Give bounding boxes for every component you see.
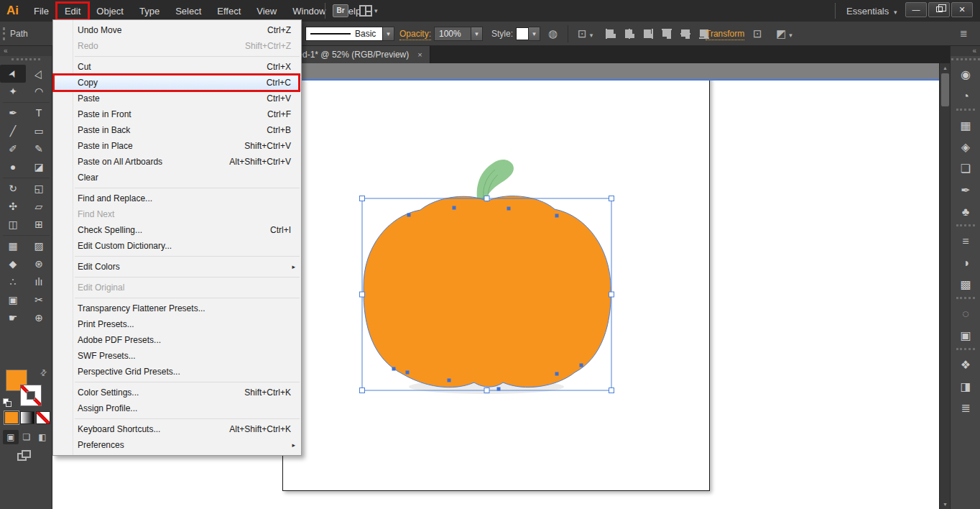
zoom-tool[interactable]: ⊕ bbox=[26, 309, 52, 327]
mesh-tool[interactable]: ▦ bbox=[0, 237, 26, 255]
menu-item-keyboard-shortcuts[interactable]: Keyboard Shortcuts...Alt+Shift+Ctrl+K bbox=[53, 421, 301, 437]
opacity-link[interactable]: Opacity: bbox=[399, 29, 431, 40]
chevron-down-icon[interactable]: ▼ bbox=[529, 27, 540, 41]
draw-normal-mode[interactable]: ▣ bbox=[3, 430, 19, 444]
select-similar-icon[interactable]: ◩ ▾ bbox=[776, 27, 792, 42]
selection-handle[interactable] bbox=[484, 196, 489, 201]
pencil-tool[interactable]: ✎ bbox=[26, 140, 52, 158]
workspace-switcher[interactable]: Essentials ▾ bbox=[846, 6, 897, 17]
menu-window[interactable]: Window bbox=[285, 2, 333, 20]
menu-item-clear[interactable]: Clear bbox=[53, 170, 301, 185]
bridge-button[interactable]: Br bbox=[333, 4, 348, 17]
swatches-panel-icon[interactable]: ▦ bbox=[951, 115, 980, 137]
menu-item-assign-profile[interactable]: Assign Profile... bbox=[53, 400, 301, 416]
menu-item-copy[interactable]: CopyCtrl+C bbox=[53, 75, 301, 91]
transform-link[interactable]: Transform bbox=[706, 29, 744, 40]
align-right-icon[interactable] bbox=[642, 28, 654, 40]
grip-handle[interactable] bbox=[3, 27, 5, 40]
anchor-point[interactable] bbox=[453, 206, 456, 210]
rectangle-tool[interactable]: ▭ bbox=[26, 122, 52, 140]
layers-panel-icon[interactable]: ◈ bbox=[951, 137, 980, 158]
tools-panel-header[interactable]: « bbox=[0, 46, 52, 56]
scale-tool[interactable]: ◱ bbox=[26, 180, 52, 198]
gradient-tool[interactable]: ▨ bbox=[26, 237, 52, 255]
menu-item-paste-in-back[interactable]: Paste in BackCtrl+B bbox=[53, 122, 301, 138]
restore-button[interactable] bbox=[928, 2, 950, 17]
menu-item-paste[interactable]: PasteCtrl+V bbox=[53, 91, 301, 106]
perspective-grid-tool[interactable]: ⊞ bbox=[26, 216, 52, 234]
anchor-point[interactable] bbox=[507, 207, 511, 211]
slice-tool[interactable]: ✂ bbox=[26, 291, 52, 309]
chevron-down-icon[interactable]: ▼ bbox=[383, 27, 394, 41]
gradient-panel-icon[interactable]: ▩ bbox=[951, 274, 980, 295]
anchor-point[interactable] bbox=[580, 364, 583, 367]
menu-view[interactable]: View bbox=[249, 2, 285, 20]
anchor-point[interactable] bbox=[497, 388, 501, 391]
selection-handle[interactable] bbox=[360, 292, 365, 297]
symbol-sprayer-tool[interactable]: ∴ bbox=[0, 273, 26, 291]
menu-item-edit-custom-dictionary[interactable]: Edit Custom Dictionary... bbox=[53, 238, 301, 254]
menu-item-paste-in-place[interactable]: Paste in PlaceShift+Ctrl+V bbox=[53, 138, 301, 154]
line-segment-tool[interactable]: ╱ bbox=[0, 122, 26, 140]
selection-handle[interactable] bbox=[609, 388, 614, 393]
selection-handle[interactable] bbox=[484, 388, 489, 393]
selection-handle[interactable] bbox=[360, 388, 365, 393]
menu-item-edit-colors[interactable]: Edit Colors▸ bbox=[53, 259, 301, 275]
magic-wand-tool[interactable]: ✦ bbox=[0, 83, 26, 101]
menu-item-cut[interactable]: CutCtrl+X bbox=[53, 59, 301, 75]
menu-effect[interactable]: Effect bbox=[209, 2, 249, 20]
anchor-point[interactable] bbox=[555, 372, 559, 376]
pen-tool[interactable]: ✒ bbox=[0, 104, 26, 122]
anchor-point[interactable] bbox=[448, 379, 451, 382]
scroll-down-icon[interactable]: ▼ bbox=[940, 500, 951, 509]
dock-header[interactable]: « bbox=[951, 46, 980, 56]
anchor-point[interactable] bbox=[407, 214, 411, 217]
minimize-button[interactable]: — bbox=[905, 2, 927, 17]
width-tool[interactable]: ✣ bbox=[0, 198, 26, 216]
screen-mode-button[interactable] bbox=[17, 450, 33, 464]
brushes-panel-icon[interactable]: ✒ bbox=[951, 180, 980, 201]
color-panel-icon[interactable]: ◉ bbox=[951, 64, 980, 86]
menu-item-swf-presets[interactable]: SWF Presets... bbox=[53, 348, 301, 364]
gradient-button[interactable] bbox=[20, 411, 34, 424]
menu-item-preferences[interactable]: Preferences▸ bbox=[53, 437, 301, 453]
selection-handle[interactable] bbox=[360, 196, 365, 201]
arrange-documents-button[interactable]: ▾ bbox=[359, 4, 384, 17]
vertical-scroll-thumb[interactable] bbox=[941, 73, 949, 106]
eyedropper-tool[interactable]: ◆ bbox=[0, 255, 26, 273]
anchor-point[interactable] bbox=[555, 214, 559, 218]
menu-object[interactable]: Object bbox=[88, 2, 131, 20]
hand-tool[interactable]: ☛ bbox=[0, 309, 26, 327]
symbols-panel-icon[interactable]: ♣ bbox=[951, 201, 980, 223]
color-button[interactable] bbox=[4, 411, 19, 424]
menu-edit[interactable]: Edit bbox=[57, 2, 88, 20]
scroll-up-icon[interactable]: ▲ bbox=[940, 63, 951, 73]
rotate-tool[interactable]: ↻ bbox=[0, 180, 26, 198]
lasso-tool[interactable]: ◠ bbox=[26, 83, 52, 101]
eraser-tool[interactable]: ◪ bbox=[26, 158, 52, 176]
isolate-selection-icon[interactable]: ⊡ ▾ bbox=[578, 27, 593, 42]
blob-brush-tool[interactable]: ● bbox=[0, 158, 26, 176]
artboards-panel-icon[interactable]: ❏ bbox=[951, 158, 980, 180]
selection-handle[interactable] bbox=[609, 196, 614, 201]
selection-tool[interactable]: ➤ bbox=[0, 65, 26, 83]
blend-tool[interactable]: ⊛ bbox=[26, 255, 52, 273]
menu-type[interactable]: Type bbox=[131, 2, 167, 20]
vertical-scrollbar[interactable]: ▲ ▼ bbox=[939, 63, 950, 509]
graphic-styles-panel-icon[interactable]: ▣ bbox=[951, 325, 980, 347]
anchor-point[interactable] bbox=[406, 371, 410, 375]
menu-item-color-settings[interactable]: Color Settings...Shift+Ctrl+K bbox=[53, 385, 301, 400]
menu-item-transparency-flattener-presets[interactable]: Transparency Flattener Presets... bbox=[53, 301, 301, 316]
direct-selection-tool[interactable]: ▷ bbox=[26, 65, 52, 83]
menu-item-undo-move[interactable]: Undo MoveCtrl+Z bbox=[53, 22, 301, 38]
menu-item-check-spelling[interactable]: Check Spelling...Ctrl+I bbox=[53, 222, 301, 238]
anchor-point[interactable] bbox=[392, 367, 396, 371]
default-fill-stroke-icon[interactable] bbox=[3, 398, 13, 408]
valign-top-icon[interactable] bbox=[661, 28, 672, 40]
shape-builder-tool[interactable]: ◫ bbox=[0, 216, 26, 234]
pathfinder-panel-icon[interactable]: ◨ bbox=[951, 376, 980, 398]
bounding-box-icon[interactable]: ⊡ bbox=[753, 27, 762, 40]
color-guide-panel-icon[interactable]: ◔ bbox=[951, 86, 980, 107]
style-swatch-combo[interactable]: ▼ bbox=[516, 27, 540, 41]
pumpkin-body[interactable] bbox=[364, 196, 611, 388]
